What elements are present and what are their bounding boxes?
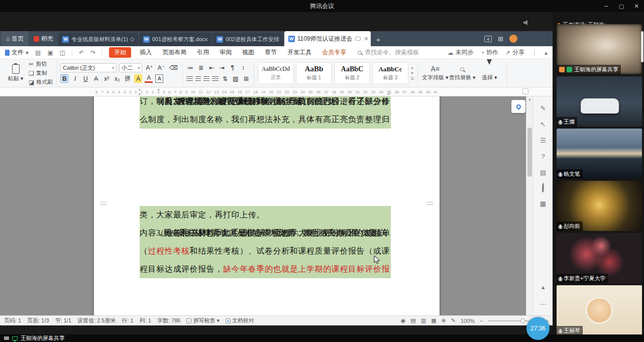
- doc-line[interactable]: 制度文件，学校文件已经发到群里，学院制度已经进行了部分修: [140, 96, 390, 110]
- eye-protect-icon[interactable]: ◉: [401, 317, 406, 324]
- apps-grid-icon[interactable]: ⊞: [498, 35, 503, 43]
- cut-button[interactable]: ✂剪切: [29, 60, 53, 68]
- doc-tab-1[interactable]: W 专业纸质版材料清单(1): [58, 33, 138, 46]
- borders-button[interactable]: ⊞: [242, 74, 250, 83]
- shrink-font-button[interactable]: A⁻: [157, 64, 166, 72]
- print-preview-icon[interactable]: ◫: [60, 49, 65, 56]
- doc-tab-4-active[interactable]: W 1109师范认证推进会 ✕: [284, 31, 371, 46]
- zoom-out-button[interactable]: −: [480, 318, 483, 324]
- align-right-button[interactable]: [203, 76, 209, 81]
- page-view-toggle-icon[interactable]: [522, 88, 528, 94]
- left-indent-marker[interactable]: ▴: [139, 92, 141, 96]
- styles-down-icon[interactable]: ▾: [411, 71, 413, 75]
- panel-scrollbar-thumb[interactable]: [641, 31, 643, 62]
- annotate-pen-icon[interactable]: ✎: [451, 317, 456, 324]
- document-viewport[interactable]: （3）人才培养方案及课程教学大纲汇编（张启龙） （4）教育实习、研习手册样板（杨…: [0, 96, 553, 315]
- copy-button[interactable]: ❏复制: [29, 69, 53, 77]
- grow-font-button[interactable]: A⁺: [145, 64, 154, 72]
- new-tab-button[interactable]: +: [372, 33, 385, 46]
- clear-format-icon[interactable]: ⌫: [168, 64, 179, 72]
- maximize-button[interactable]: ▢: [614, 0, 629, 12]
- file-menu-button[interactable]: 文件 ▾: [5, 48, 29, 57]
- paragraph-mark-button[interactable]: ¶: [229, 63, 237, 72]
- select-button[interactable]: 选择 ▾: [476, 65, 503, 81]
- share-button[interactable]: ↗分享: [505, 48, 524, 57]
- sort-button[interactable]: ⇅: [221, 74, 229, 83]
- fullscreen-icon[interactable]: ⊕: [442, 317, 446, 324]
- doc-line[interactable]: 3.历史系任课老师尤其是核心课程老师，按照发到群里的表相关: [140, 224, 388, 242]
- navigate-pin-icon[interactable]: [533, 184, 553, 191]
- find-replace-button[interactable]: 查找替换 ▾: [449, 65, 476, 81]
- underline-button[interactable]: U: [81, 74, 89, 83]
- subscript-button[interactable]: x₂: [113, 74, 121, 83]
- line-spacing-button[interactable]: ↕: [239, 63, 247, 72]
- menu-view[interactable]: 视图: [240, 47, 256, 58]
- spell-check-toggle[interactable]: ✓ 拼写检查 ▾: [186, 317, 220, 324]
- bullets-button[interactable]: ≔: [186, 63, 194, 72]
- right-indent-marker[interactable]: ▴: [388, 92, 390, 96]
- doc-line[interactable]: 类，大家最后审定，再打印上传。: [140, 206, 391, 224]
- account-avatar[interactable]: [509, 35, 517, 43]
- document-scrollbar[interactable]: ▴: [526, 96, 532, 315]
- style-heading2[interactable]: AaBbC 标题 2: [334, 62, 370, 84]
- decrease-indent-button[interactable]: ⇤: [207, 63, 216, 72]
- doc-tab-2[interactable]: W 001进校考察方案.docx: [139, 33, 212, 46]
- window-count-icon[interactable]: 4: [484, 36, 492, 42]
- more-options-icon[interactable]: ⋮: [531, 49, 538, 56]
- proofread-toggle[interactable]: ✕ 文档校对: [226, 317, 254, 324]
- speaker-icon[interactable]: [523, 20, 527, 25]
- style-heading3[interactable]: AaBbCc 标题 3: [372, 62, 408, 84]
- styles-more-icon[interactable]: ☰: [410, 76, 414, 81]
- adjust-sliders-icon[interactable]: ☰: [533, 137, 553, 144]
- font-color-button[interactable]: A: [145, 74, 153, 83]
- menu-page-layout[interactable]: 页面布局: [160, 47, 188, 58]
- close-tab-icon[interactable]: ✕: [363, 36, 369, 42]
- collapse-ribbon-icon[interactable]: ▴: [545, 49, 548, 56]
- image-tool-icon[interactable]: ▦: [533, 200, 553, 207]
- bold-button[interactable]: B: [60, 74, 68, 83]
- doc-line[interactable]: 程目标达成评价报告，缺今年春季的也就是上学期的课程目标评价报: [140, 260, 391, 278]
- meeting-timer[interactable]: 27:36: [526, 317, 550, 340]
- character-border-button[interactable]: A: [155, 74, 163, 83]
- sync-status-button[interactable]: ☁未同步: [448, 48, 474, 57]
- increase-indent-button[interactable]: ⇥: [218, 63, 226, 72]
- styles-up-icon[interactable]: ▴: [411, 65, 413, 70]
- highlight-color-button[interactable]: A: [134, 74, 142, 83]
- close-button[interactable]: ✕: [629, 0, 644, 12]
- tab-daoke[interactable]: 稻壳: [29, 31, 58, 46]
- doc-tab-3[interactable]: W 002进校具体工作安排: [212, 33, 283, 46]
- font-size-combo[interactable]: 小二▾: [119, 63, 142, 72]
- doc-line[interactable]: （过程性考核和结果性考核）、试卷分析和课程质量评价报告（或课: [140, 242, 391, 260]
- scrollbar-thumb[interactable]: [527, 128, 532, 177]
- first-line-indent-marker[interactable]: ▾: [158, 88, 160, 92]
- participant-tile[interactable]: 王丽琴: [557, 285, 642, 335]
- participant-tile[interactable]: 彭向前: [557, 181, 642, 231]
- justify-button[interactable]: [212, 76, 219, 81]
- web-view-icon[interactable]: ▦: [431, 317, 436, 324]
- pointer-icon[interactable]: ↖: [533, 121, 553, 128]
- share-banner-bar[interactable]: 王朝海的屏幕共享: [0, 334, 644, 342]
- superscript-button[interactable]: x²: [102, 74, 111, 83]
- participant-tile[interactable]: 杨文笔: [557, 129, 642, 179]
- italic-button[interactable]: I: [71, 74, 79, 83]
- shading-button[interactable]: ▨: [232, 74, 240, 83]
- chart-icon[interactable]: ▤: [533, 169, 553, 176]
- undo-icon[interactable]: ↶: [79, 49, 84, 56]
- menu-section[interactable]: 章节: [263, 47, 279, 58]
- align-center-button[interactable]: [195, 76, 201, 81]
- print-icon[interactable]: ▣: [47, 49, 53, 56]
- menu-developer[interactable]: 开发工具: [285, 47, 313, 58]
- numbering-button[interactable]: ≣: [197, 63, 205, 72]
- tab-home[interactable]: ⌂ 首页: [1, 31, 29, 46]
- save-icon[interactable]: ▤: [35, 49, 41, 56]
- collaborate-button[interactable]: ◔协作: [481, 48, 498, 57]
- font-name-combo[interactable]: Calibri (正文)▾: [60, 63, 117, 72]
- menu-insert[interactable]: 插入: [138, 47, 154, 58]
- locate-button[interactable]: [511, 100, 525, 113]
- panel-scrollbar[interactable]: [641, 30, 643, 331]
- doc-line[interactable]: 么制度，列出制度名称，我们再想法补充，具体有高正亮负责整理归: [140, 110, 391, 129]
- minimize-button[interactable]: ─: [599, 0, 614, 12]
- edit-pen-icon[interactable]: ✎: [533, 104, 553, 112]
- command-search-input[interactable]: 查找命令、搜索模板: [355, 48, 419, 57]
- style-normal[interactable]: AaBbCcDd 正文: [258, 62, 294, 84]
